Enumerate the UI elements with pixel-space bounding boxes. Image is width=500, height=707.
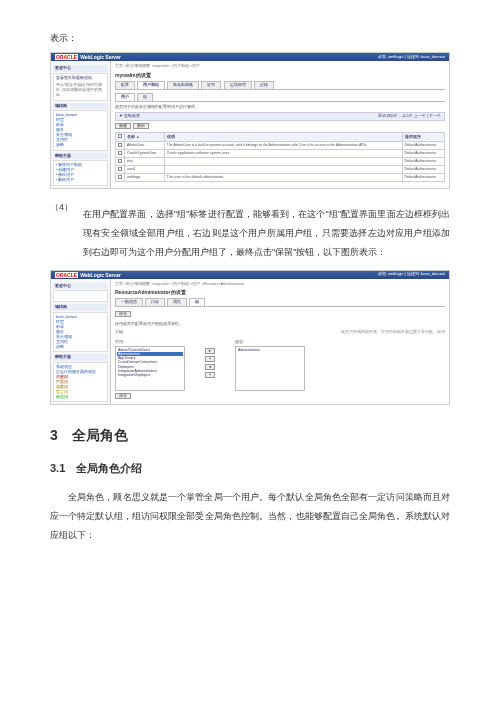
page-desc: 此页用于对此安全领域中配置的用户进行管理。 (115, 105, 445, 110)
available-groups-list[interactable]: AdminChannelUsers Administrators AppTest… (115, 346, 185, 391)
shuttle-control: 可用: AdminChannelUsers Administrators App… (115, 340, 445, 391)
user-info: 欢迎, weblogic | 连接到: base_domain (378, 272, 445, 277)
change-center-title: 更改中心 (53, 65, 108, 72)
screenshot-group-assign: ORACLEWebLogic Server 欢迎, weblogic | 连接到… (50, 270, 450, 406)
sub-tabs[interactable]: 用户 组 (115, 93, 445, 102)
help-title: 帮助主题 (53, 153, 108, 160)
user-info: 欢迎, weblogic | 连接到: base_domain (378, 55, 445, 60)
domain-structure-title: 域结构 (53, 103, 108, 110)
table-row: user1DefaultAuthenticator (116, 166, 445, 174)
step-4: （4） 在用户配置界面，选择"组"标签进行配置，能够看到，在这个"组"配置界面里… (50, 199, 450, 270)
table-row: OracleSystemUserOracle application softw… (116, 149, 445, 157)
select-all-checkbox[interactable] (118, 134, 122, 138)
oracle-logo: ORACLE (55, 54, 78, 60)
save-button[interactable]: 保存 (115, 311, 131, 317)
oracle-logo: ORACLE (55, 272, 78, 278)
new-button[interactable]: 新建 (115, 123, 131, 129)
page-desc: 使用此页可配置此用户的组成员资格。 (115, 322, 445, 327)
section-3-1-heading: 3.1 全局角色介绍 (50, 459, 450, 479)
main-tabs[interactable]: 配置 用户和组 角色和策略 证书 提供程序 迁移 (115, 81, 445, 90)
section-3-heading: 3 全局角色 (50, 423, 450, 448)
table-row: testDefaultAuthenticator (116, 157, 445, 165)
step-text: 在用户配置界面，选择"组"标签进行配置，能够看到，在这个"组"配置界面里面左边框… (83, 205, 450, 262)
intro-label: 表示： (50, 30, 450, 46)
delete-button[interactable]: 删除 (133, 123, 149, 129)
left-sidebar: 更改中心 查看更改和重新启动 单击"锁定并编辑"按钮可修改, 添加或删除此域中的… (51, 61, 111, 188)
screenshot-users-list: ORACLEWebLogic Server 欢迎, weblogic | 连接到… (50, 52, 450, 189)
domain-tree[interactable]: base_domain 环境 部署 服务 安全领域 互用性 诊断 (53, 312, 108, 352)
user-tabs[interactable]: 一般信息 口令 属性 组 (115, 298, 445, 307)
parent-groups-label: 父组: (115, 330, 124, 335)
hint-text: 此用户所属的组列表。可用所有组不超过最大显示数。使用 (341, 330, 445, 335)
step-number: （4） (50, 199, 73, 215)
section-3-1-para: 全局角色，顾名思义就是一个掌管全局一个用户。每个默认全局角色全部有一定访问策略而… (50, 488, 450, 545)
table-row: AdminUserThe AdminUser is a built-in sys… (116, 141, 445, 149)
system-status: 系统状态 正运行的服务器的状态 失败(0) 严重(0) 超载(0) 警告(0) … (53, 362, 108, 402)
page-title: myrealm的设置 (115, 72, 445, 78)
left-sidebar: 更改中心 域结构 base_domain 环境 部署 服务 安全领域 互用性 诊… (51, 279, 111, 405)
customize-table[interactable]: ▼ 定制此表 (119, 114, 140, 119)
move-all-left-icon[interactable]: « (205, 372, 215, 378)
save-button-bottom[interactable]: 保存 (115, 393, 131, 399)
move-left-icon[interactable]: ◄ (205, 364, 215, 370)
breadcrumb: 主页 >安全领域概要 >myrealm >用户和组 >用户 >ResourceA… (115, 282, 445, 287)
domain-tree[interactable]: base_domain 环境 部署 服务 安全领域 互用性 诊断 (53, 110, 108, 150)
pagination-info: 显示1到5个，共5个 上一个 | 下一个 (378, 114, 441, 119)
console-header: ORACLEWebLogic Server 欢迎, weblogic | 连接到… (51, 271, 449, 279)
move-all-right-icon[interactable]: » (205, 356, 215, 362)
page-title: ResourceAdministrator的设置 (115, 289, 445, 295)
chosen-groups-list[interactable]: Administrators (235, 346, 305, 391)
users-table: 名称 ▲ 说明 提供程序 AdminUserThe AdminUser is a… (115, 132, 445, 182)
console-header: ORACLEWebLogic Server 欢迎, weblogic | 连接到… (51, 53, 449, 61)
table-row: weblogicThis user is the default adminis… (116, 174, 445, 182)
move-right-icon[interactable]: ► (205, 348, 215, 354)
breadcrumb: 主页 >安全领域概要 >myrealm >用户和组 >用户 (115, 64, 445, 69)
